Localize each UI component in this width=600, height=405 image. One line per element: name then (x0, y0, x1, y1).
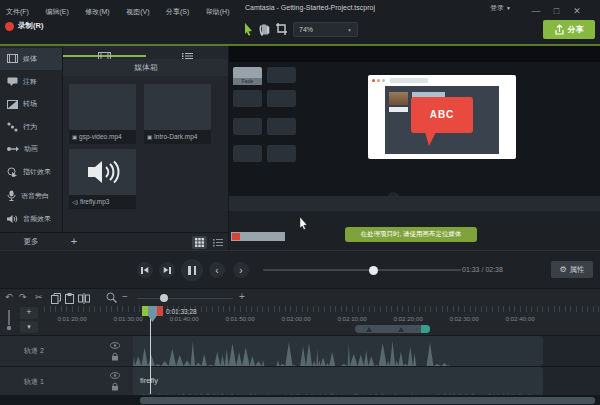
sidebar-item-transitions[interactable]: 转场 (0, 93, 62, 116)
transition-icon (7, 100, 18, 109)
track-height-slider-icon[interactable] (5, 309, 13, 331)
ruler-label: 0:01:30;00 (104, 315, 152, 322)
crop-icon (275, 22, 288, 36)
gear-icon: ⚙ (559, 265, 566, 274)
split-cut-button[interactable]: ✂ (35, 292, 43, 302)
sidebar-item-cursor-effects[interactable]: 指针效果 (0, 161, 62, 184)
split-icon[interactable] (78, 293, 90, 304)
speaker-icon (7, 214, 18, 224)
playback-bar: ‹ › 01:33 / 02:38 ⚙ 属性 (0, 250, 600, 288)
timeline-scrollbar-thumb[interactable] (140, 397, 595, 404)
timeline-area: + ▼ 0:01:20;00 0:01:30;00 0:01:40;00 0:0… (0, 306, 600, 405)
timeline-zoom-handle[interactable] (160, 294, 168, 302)
playhead-in-handle[interactable] (142, 306, 148, 316)
range-handle-icon[interactable] (366, 327, 372, 332)
cursor-tool-button[interactable] (242, 22, 255, 40)
media-bin-header: 媒体箱 (63, 59, 229, 76)
chevron-down-icon: ▼ (506, 5, 511, 11)
media-tab[interactable] (63, 46, 146, 57)
scrubber-handle[interactable] (369, 266, 378, 275)
track-options-button[interactable]: ▼ (20, 321, 38, 333)
preview-canvas[interactable]: Fade ABC (228, 46, 600, 251)
eye-icon[interactable] (110, 372, 120, 379)
paste-icon[interactable] (65, 293, 74, 304)
crop-tool-button[interactable] (275, 22, 288, 40)
lock-icon[interactable] (111, 352, 119, 361)
step-back-button[interactable] (137, 262, 153, 278)
ruler-label: 0:02:00;00 (272, 315, 320, 322)
ruler-label: 0:02:20;00 (384, 315, 432, 322)
audio-file-icon: ◁) (72, 199, 78, 205)
sidebar-item-voice-narration[interactable]: 语音旁白 (0, 185, 62, 208)
add-track-button[interactable]: + (20, 307, 38, 319)
range-handle-icon[interactable] (398, 327, 404, 332)
callout-icon (7, 77, 18, 86)
zoom-out-button[interactable]: − (122, 291, 128, 302)
ruler-label: 0:02:10;00 (328, 315, 376, 322)
preview-scrubber[interactable] (263, 269, 461, 271)
video-thumbnail-cell (267, 67, 296, 83)
step-forward-button[interactable] (159, 262, 175, 278)
sidebar-item-behaviors[interactable]: 行为 (0, 116, 62, 139)
photo-thumb (389, 92, 408, 105)
add-media-button[interactable]: + (66, 233, 82, 250)
track-1-clip[interactable]: firefly (133, 367, 543, 396)
window-tab (390, 78, 428, 83)
media-item-gsp-video[interactable] (69, 84, 136, 130)
sidebar-item-media[interactable]: 媒体 (0, 48, 62, 71)
eye-icon[interactable] (110, 342, 120, 349)
video-file-icon: ▣ (72, 134, 77, 140)
media-item-label: ▣ gsp-video.mp4 (69, 130, 136, 144)
video-frame: Fade ABC (229, 62, 600, 212)
media-item-firefly[interactable] (69, 149, 136, 195)
ruler-range-scrollbar[interactable] (355, 325, 430, 333)
sidebar-item-audio-effects[interactable]: 音频效果 (0, 208, 62, 231)
copy-icon[interactable] (51, 293, 61, 304)
grid-icon (195, 238, 204, 247)
time-display: 01:33 / 02:38 (462, 266, 503, 273)
pause-button[interactable] (181, 259, 203, 281)
timeline-toolbar: ↶ ↷ ✂ − + (0, 288, 600, 306)
next-clip-button[interactable]: › (233, 262, 249, 278)
video-thumbnail-cell (267, 118, 296, 135)
share-button[interactable]: 分享 (543, 20, 595, 39)
properties-button[interactable]: ⚙ 属性 (551, 261, 593, 278)
grid-view-button[interactable] (192, 236, 207, 249)
sidebar-item-animations[interactable]: 动画 (0, 138, 62, 161)
track-2-clip[interactable] (133, 336, 543, 366)
playhead-line[interactable] (150, 306, 151, 394)
zoom-level-dropdown[interactable]: 74% ▼ (293, 22, 358, 37)
timeline-scrollbar[interactable] (0, 395, 600, 405)
more-button[interactable]: 更多 (0, 233, 62, 251)
list-icon (213, 238, 223, 247)
media-bin-panel: 媒体箱 ▣ gsp-video.mp4 ▣ Intro-Dark.mp4 ◁) … (62, 46, 228, 233)
pan-tool-button[interactable] (258, 22, 271, 40)
video-thumbnail-cell (233, 118, 262, 135)
track-2-row: 轨道 2 (0, 335, 600, 365)
behaviors-icon (7, 122, 18, 132)
media-item-intro-dark[interactable] (144, 84, 211, 130)
lock-icon[interactable] (111, 382, 119, 391)
list-view-button[interactable] (210, 236, 225, 249)
white-strip (389, 107, 408, 112)
playhead-out-handle[interactable] (157, 306, 163, 316)
video-browser-window: ABC (368, 75, 516, 159)
redo-button[interactable]: ↷ (19, 292, 27, 302)
library-tab[interactable] (146, 46, 229, 57)
playhead-time: 0:01:33;28 (166, 308, 197, 315)
animation-icon (7, 145, 19, 153)
track-1-row: 轨道 1 firefly (0, 366, 600, 395)
zoom-in-button[interactable]: + (239, 291, 245, 302)
prev-clip-button[interactable]: ‹ (209, 262, 225, 278)
undo-button[interactable]: ↶ (5, 292, 13, 302)
video-file-icon: ▣ (147, 134, 152, 140)
timeline-ruler[interactable]: 0:01:20;00 0:01:30;00 0:01:40;00 0:01:50… (44, 306, 600, 335)
sidebar-item-annotations[interactable]: 注释 (0, 71, 62, 94)
login-button[interactable]: 登录 ▼ (490, 0, 511, 16)
range-end-cap[interactable] (421, 325, 430, 333)
track-controls-column: + ▼ (0, 306, 44, 335)
cursor-effects-icon (7, 167, 18, 177)
window-title: Camtasia - Getting-Started-Project.tscpr… (200, 0, 420, 16)
timeline-zoom-slider[interactable] (137, 298, 233, 300)
record-button[interactable]: 录制(R) (5, 21, 43, 31)
